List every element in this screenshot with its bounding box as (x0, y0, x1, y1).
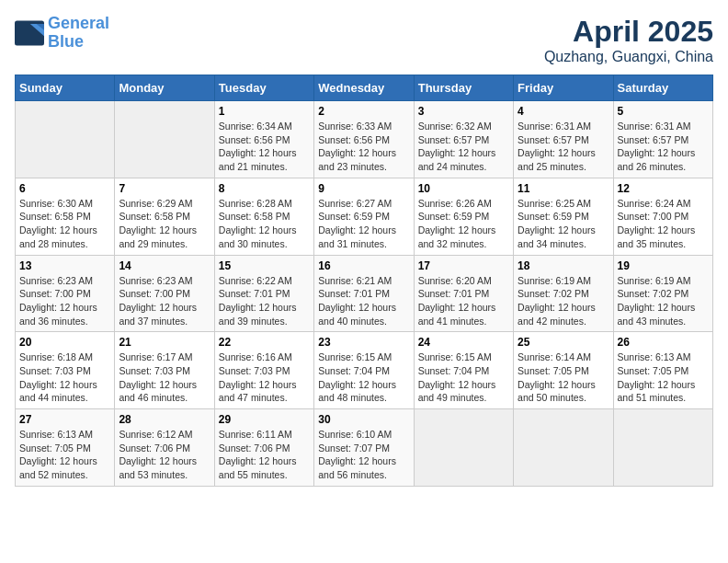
calendar-cell (16, 101, 115, 178)
calendar-cell (414, 409, 513, 487)
calendar-cell: 5Sunrise: 6:31 AMSunset: 6:57 PMDaylight… (613, 101, 712, 178)
calendar-cell (115, 101, 214, 178)
calendar-cell: 9Sunrise: 6:27 AMSunset: 6:59 PMDaylight… (314, 178, 414, 255)
calendar-cell (514, 409, 613, 487)
calendar-cell: 7Sunrise: 6:29 AMSunset: 6:58 PMDaylight… (115, 178, 214, 255)
day-number: 16 (318, 259, 409, 272)
calendar-cell: 28Sunrise: 6:12 AMSunset: 7:06 PMDayligh… (115, 409, 214, 487)
day-number: 17 (418, 259, 509, 272)
day-info: Sunrise: 6:23 AMSunset: 7:00 PMDaylight:… (19, 274, 110, 328)
day-number: 30 (318, 413, 409, 426)
calendar-title: April 2025 (544, 15, 713, 49)
calendar-cell: 10Sunrise: 6:26 AMSunset: 6:59 PMDayligh… (414, 178, 513, 255)
calendar-cell: 22Sunrise: 6:16 AMSunset: 7:03 PMDayligh… (214, 332, 313, 409)
calendar-cell: 25Sunrise: 6:14 AMSunset: 7:05 PMDayligh… (514, 332, 613, 409)
day-info: Sunrise: 6:25 AMSunset: 6:59 PMDaylight:… (518, 197, 609, 251)
calendar-cell: 1Sunrise: 6:34 AMSunset: 6:56 PMDaylight… (214, 101, 313, 178)
calendar-cell: 6Sunrise: 6:30 AMSunset: 6:58 PMDaylight… (16, 178, 115, 255)
day-info: Sunrise: 6:14 AMSunset: 7:05 PMDaylight:… (518, 350, 609, 405)
calendar-cell: 27Sunrise: 6:13 AMSunset: 7:05 PMDayligh… (16, 409, 115, 487)
logo-icon (15, 20, 44, 46)
day-info: Sunrise: 6:20 AMSunset: 7:01 PMDaylight:… (418, 274, 509, 328)
calendar-cell: 29Sunrise: 6:11 AMSunset: 7:06 PMDayligh… (214, 409, 313, 487)
day-number: 13 (19, 259, 110, 272)
day-info: Sunrise: 6:34 AMSunset: 6:56 PMDaylight:… (219, 120, 310, 174)
calendar-week-4: 20Sunrise: 6:18 AMSunset: 7:03 PMDayligh… (16, 332, 713, 409)
day-number: 25 (518, 336, 609, 349)
calendar-cell: 15Sunrise: 6:22 AMSunset: 7:01 PMDayligh… (214, 255, 313, 332)
calendar-week-1: 1Sunrise: 6:34 AMSunset: 6:56 PMDaylight… (16, 101, 713, 178)
logo-line1: General (48, 14, 109, 32)
day-header-friday: Friday (514, 75, 613, 101)
day-number: 20 (19, 336, 110, 349)
calendar-cell: 8Sunrise: 6:28 AMSunset: 6:58 PMDaylight… (214, 178, 313, 255)
day-info: Sunrise: 6:19 AMSunset: 7:02 PMDaylight:… (518, 274, 609, 328)
day-number: 19 (618, 259, 709, 272)
day-info: Sunrise: 6:28 AMSunset: 6:58 PMDaylight:… (219, 197, 310, 251)
day-info: Sunrise: 6:17 AMSunset: 7:03 PMDaylight:… (119, 350, 210, 405)
day-number: 10 (418, 182, 509, 195)
day-number: 2 (318, 105, 409, 118)
day-info: Sunrise: 6:24 AMSunset: 7:00 PMDaylight:… (618, 197, 709, 251)
page-header: General Blue April 2025 Quzhang, Guangxi… (15, 15, 713, 65)
calendar-cell: 30Sunrise: 6:10 AMSunset: 7:07 PMDayligh… (314, 409, 414, 487)
day-number: 18 (518, 259, 609, 272)
day-number: 26 (618, 336, 709, 349)
day-number: 11 (518, 182, 609, 195)
day-info: Sunrise: 6:22 AMSunset: 7:01 PMDaylight:… (219, 274, 310, 328)
day-header-monday: Monday (115, 75, 214, 101)
calendar-table: SundayMondayTuesdayWednesdayThursdayFrid… (15, 75, 713, 487)
calendar-cell: 14Sunrise: 6:23 AMSunset: 7:00 PMDayligh… (115, 255, 214, 332)
day-number: 22 (219, 336, 310, 349)
calendar-cell: 3Sunrise: 6:32 AMSunset: 6:57 PMDaylight… (414, 101, 513, 178)
day-number: 3 (418, 105, 509, 118)
calendar-cell: 24Sunrise: 6:15 AMSunset: 7:04 PMDayligh… (414, 332, 513, 409)
day-info: Sunrise: 6:26 AMSunset: 6:59 PMDaylight:… (418, 197, 509, 251)
day-number: 15 (219, 259, 310, 272)
day-info: Sunrise: 6:30 AMSunset: 6:58 PMDaylight:… (19, 197, 110, 251)
day-info: Sunrise: 6:21 AMSunset: 7:01 PMDaylight:… (318, 274, 409, 328)
logo: General Blue (15, 15, 109, 52)
calendar-cell: 17Sunrise: 6:20 AMSunset: 7:01 PMDayligh… (414, 255, 513, 332)
day-number: 7 (119, 182, 210, 195)
calendar-week-3: 13Sunrise: 6:23 AMSunset: 7:00 PMDayligh… (16, 255, 713, 332)
title-block: April 2025 Quzhang, Guangxi, China (544, 15, 713, 65)
day-info: Sunrise: 6:29 AMSunset: 6:58 PMDaylight:… (119, 197, 210, 251)
day-number: 9 (318, 182, 409, 195)
day-info: Sunrise: 6:16 AMSunset: 7:03 PMDaylight:… (219, 350, 310, 405)
calendar-cell: 26Sunrise: 6:13 AMSunset: 7:05 PMDayligh… (613, 332, 712, 409)
day-info: Sunrise: 6:13 AMSunset: 7:05 PMDaylight:… (19, 428, 110, 482)
logo-line2: Blue (48, 32, 84, 51)
day-header-tuesday: Tuesday (214, 75, 313, 101)
calendar-week-5: 27Sunrise: 6:13 AMSunset: 7:05 PMDayligh… (16, 409, 713, 487)
day-info: Sunrise: 6:13 AMSunset: 7:05 PMDaylight:… (618, 350, 709, 405)
day-number: 4 (518, 105, 609, 118)
day-info: Sunrise: 6:15 AMSunset: 7:04 PMDaylight:… (418, 350, 509, 405)
day-info: Sunrise: 6:33 AMSunset: 6:56 PMDaylight:… (318, 120, 409, 174)
day-info: Sunrise: 6:32 AMSunset: 6:57 PMDaylight:… (418, 120, 509, 174)
day-number: 23 (318, 336, 409, 349)
calendar-cell: 18Sunrise: 6:19 AMSunset: 7:02 PMDayligh… (514, 255, 613, 332)
calendar-cell: 2Sunrise: 6:33 AMSunset: 6:56 PMDaylight… (314, 101, 414, 178)
day-number: 8 (219, 182, 310, 195)
day-number: 12 (618, 182, 709, 195)
day-header-wednesday: Wednesday (314, 75, 414, 101)
day-info: Sunrise: 6:18 AMSunset: 7:03 PMDaylight:… (19, 350, 110, 405)
day-number: 21 (119, 336, 210, 349)
calendar-cell: 23Sunrise: 6:15 AMSunset: 7:04 PMDayligh… (314, 332, 414, 409)
calendar-header-row: SundayMondayTuesdayWednesdayThursdayFrid… (16, 75, 713, 101)
day-header-sunday: Sunday (16, 75, 115, 101)
day-info: Sunrise: 6:31 AMSunset: 6:57 PMDaylight:… (618, 120, 709, 174)
day-number: 1 (219, 105, 310, 118)
day-number: 14 (119, 259, 210, 272)
day-info: Sunrise: 6:23 AMSunset: 7:00 PMDaylight:… (119, 274, 210, 328)
day-number: 28 (119, 413, 210, 426)
calendar-cell: 11Sunrise: 6:25 AMSunset: 6:59 PMDayligh… (514, 178, 613, 255)
calendar-cell: 16Sunrise: 6:21 AMSunset: 7:01 PMDayligh… (314, 255, 414, 332)
day-number: 5 (618, 105, 709, 118)
calendar-cell: 21Sunrise: 6:17 AMSunset: 7:03 PMDayligh… (115, 332, 214, 409)
calendar-cell: 4Sunrise: 6:31 AMSunset: 6:57 PMDaylight… (514, 101, 613, 178)
calendar-cell: 20Sunrise: 6:18 AMSunset: 7:03 PMDayligh… (16, 332, 115, 409)
day-info: Sunrise: 6:15 AMSunset: 7:04 PMDaylight:… (318, 350, 409, 405)
day-info: Sunrise: 6:19 AMSunset: 7:02 PMDaylight:… (618, 274, 709, 328)
